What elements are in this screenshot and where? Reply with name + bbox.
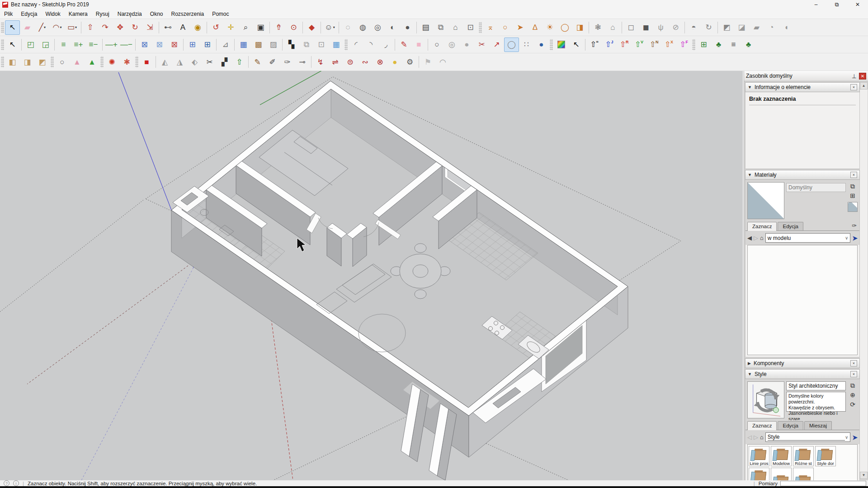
hidden-line-mode-button[interactable]: ◎ [370, 20, 385, 35]
home-icon[interactable]: ⌂ [760, 235, 764, 241]
flora-tool-button[interactable]: ❃ [590, 20, 605, 35]
scene-home-button[interactable]: ⌂ [448, 20, 463, 35]
materials-list[interactable] [747, 245, 858, 355]
geolocation-icon[interactable]: ? [4, 480, 9, 486]
text-tool-button[interactable]: A [175, 20, 190, 35]
waffle-grid-button[interactable]: ▦ [329, 38, 344, 52]
details-arrow-button[interactable]: ➤ [852, 235, 858, 242]
push-pull-tool-button[interactable]: ⇧ [83, 20, 98, 35]
forward-arrow-icon[interactable]: ▷ [754, 434, 758, 440]
pushpull-j-button[interactable]: ⇧J [602, 38, 617, 52]
menu-item-rozszerzenia[interactable]: Rozszerzenia [167, 9, 208, 19]
grass-tool-button[interactable]: ψ [653, 20, 668, 35]
position-camera-tool-button[interactable]: ⊙ [286, 20, 301, 35]
close-button[interactable]: ✕ [847, 0, 868, 9]
component-box-a-button[interactable]: ◧ [5, 55, 20, 69]
eraser-tool-button[interactable]: ▰ [20, 20, 35, 35]
styles-collection-dropdown[interactable]: Style ∨ [765, 432, 850, 442]
prism-c-button[interactable]: ⬖ [187, 55, 202, 69]
rectangle-tool-button[interactable]: ▭▾ [65, 20, 80, 35]
minimize-button[interactable]: – [806, 0, 826, 9]
entity-info-close-button[interactable]: × [850, 84, 857, 90]
mesh-c-button[interactable]: ⊜ [343, 55, 358, 69]
diag-square-button[interactable]: ⊿ [218, 38, 233, 52]
tree-window-button[interactable]: ⊞ [696, 38, 711, 52]
styles-header[interactable]: ▼ Style × [745, 369, 860, 379]
scene-lock-button[interactable]: ⊡ [463, 20, 478, 35]
tree-list-button[interactable]: ≡ [726, 38, 741, 52]
sandbox-grid-button[interactable]: ▦ [236, 38, 251, 52]
wireframe-mode-button[interactable]: ◍ [355, 20, 370, 35]
mesh-a-button[interactable]: ↯ [313, 55, 328, 69]
prism-b-button[interactable]: ◮ [172, 55, 187, 69]
axes-square-a-button[interactable]: ⊠ [137, 38, 152, 52]
select-tool-button[interactable]: ↖ [5, 20, 20, 35]
sandbox-contours-button[interactable]: ▩ [251, 38, 266, 52]
toolbar-grip[interactable] [692, 39, 695, 51]
arc-tool-button[interactable]: ◠▾ [50, 20, 65, 35]
pushpull-n-button[interactable]: ⇧N [646, 38, 661, 52]
cursor-select-button[interactable]: ↖ [569, 38, 584, 52]
menu-item-rysuj[interactable]: Rysuj [92, 9, 113, 19]
secondary-pane-icon[interactable]: ⧉ [850, 183, 855, 189]
flag-tool-button[interactable]: ⚑ [420, 55, 435, 69]
forward-arrow-icon[interactable]: ▷ [754, 235, 758, 241]
select-tool-2-button[interactable]: ↖ [5, 38, 20, 52]
dashed-rotate-tool-button[interactable]: ↻ [701, 20, 716, 35]
home-icon[interactable]: ⌂ [760, 434, 764, 440]
menu-item-pomoc[interactable]: Pomoc [208, 9, 233, 19]
menu-item-edycja[interactable]: Edycja [17, 9, 41, 19]
zoom-extents-tool-button[interactable]: ▣ [253, 20, 268, 35]
cube-bold-tool-button[interactable]: ◼ [638, 20, 653, 35]
divide-face-a-button[interactable]: ⊞ [185, 38, 200, 52]
knife-tool-button[interactable]: ✂ [202, 55, 217, 69]
toolbar-grip[interactable] [479, 22, 482, 33]
orbit-tool-button[interactable]: ↺ [208, 20, 223, 35]
menu-item-widok[interactable]: Widok [41, 9, 64, 19]
length-add-button[interactable]: —+ [104, 38, 119, 52]
proj-half-square-button[interactable]: ◩ [719, 20, 734, 35]
act-pyramid-button[interactable]: ∆ [528, 20, 542, 35]
shell-c-button[interactable]: ◞ [378, 38, 393, 52]
scroll-down-icon[interactable]: ▼ [860, 472, 868, 479]
pin-cut-tool-button[interactable]: ✂ [474, 38, 489, 52]
components-close-button[interactable]: × [850, 360, 857, 366]
materials-collection-dropdown[interactable]: w modelu ∨ [765, 233, 850, 243]
arrow-up-green-button[interactable]: ⇧ [232, 55, 247, 69]
menu-item-narzędzia[interactable]: Narzędzia [113, 9, 146, 19]
toolbar-grip[interactable] [344, 39, 348, 51]
entity-info-header[interactable]: ▼ Informacje o elemencie × [745, 82, 860, 92]
splash-tool-button[interactable]: ✺ [104, 55, 119, 69]
materials-close-button[interactable]: × [850, 172, 857, 178]
dim-sub-button[interactable]: ≡− [86, 38, 101, 52]
dim-equal-button[interactable]: ≡ [56, 38, 71, 52]
info-icon[interactable]: i [13, 480, 19, 486]
material-red-button[interactable]: ■ [139, 55, 154, 69]
act-ring-button[interactable]: ○ [498, 20, 513, 35]
scale-tool-button[interactable]: ⇲ [142, 20, 157, 35]
toolbar-grip[interactable] [1, 56, 4, 68]
dome-tool-button[interactable]: ◠ [435, 55, 450, 69]
pink-material-button[interactable]: ■ [411, 38, 426, 52]
divide-face-b-button[interactable]: ⊞ [200, 38, 215, 52]
tape-measure-tool-button[interactable]: ⊷ [160, 20, 175, 35]
style-folder-modelow[interactable]: Modelow [771, 446, 792, 466]
menu-item-plik[interactable]: Plik [0, 9, 17, 19]
pushpull-r-button[interactable]: ⇧R [617, 38, 632, 52]
proj-dome-button[interactable]: ◖ [779, 20, 794, 35]
styles-close-button[interactable]: × [850, 371, 857, 377]
spray-tool-button[interactable]: ∷ [519, 38, 534, 52]
spray-red-tool-button[interactable]: ✱ [119, 55, 134, 69]
blob-a-button[interactable]: ◎ [444, 38, 459, 52]
shaded-mode-button[interactable]: ◐ [385, 20, 400, 35]
3d-viewport[interactable] [0, 71, 743, 480]
ball-yellow-button[interactable]: ● [387, 55, 402, 69]
component-box-c-button[interactable]: ◩ [35, 55, 50, 69]
move-tool-button[interactable]: ✥ [113, 20, 127, 35]
back-arrow-icon[interactable]: ◁ [747, 434, 752, 440]
rotate-tool-button[interactable]: ↻ [127, 20, 142, 35]
tab-zaznacz[interactable]: Zaznacz [747, 421, 777, 430]
component-box-b-button[interactable]: ◨ [20, 55, 35, 69]
details-arrow-button[interactable]: ➤ [852, 434, 858, 441]
axes-square-b-button[interactable]: ⊠ [152, 38, 167, 52]
